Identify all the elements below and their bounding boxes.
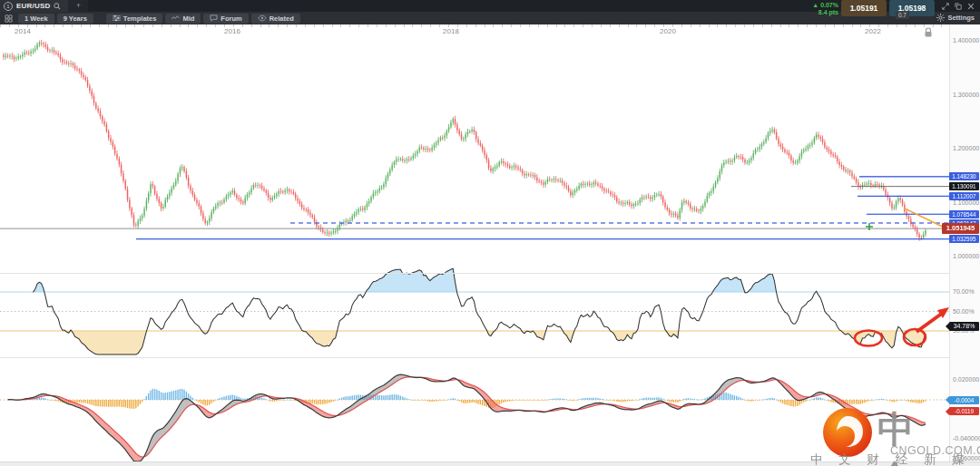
year-tick-label: 2016 [220,27,245,35]
templates-button[interactable]: Templates [106,14,163,24]
macd-tick-label: -0.040000 [953,435,980,442]
bottom-edge [0,461,980,466]
price-level-tag[interactable]: 1.078544 [949,210,979,218]
price-level-tag[interactable]: 1.130091 [949,182,979,190]
date-axis[interactable]: 20142016201820202022 [0,24,949,36]
sliders-icon [113,15,121,22]
expand-icon[interactable] [942,3,949,10]
eye-icon [258,15,267,22]
price-tick-label: 1.000000 [953,253,979,259]
add-chart-tab-button[interactable]: + [68,0,88,12]
related-button[interactable]: Related [251,14,300,24]
year-tick-label: 2018 [438,27,464,35]
popout-icon[interactable] [955,3,962,10]
current-price-tag: 1.051945 [942,223,979,234]
layout-grid-button[interactable] [2,14,15,24]
price-change: ▲ 0.07% 8.4 pts [795,0,838,16]
year-tick-label: 2020 [655,27,681,35]
change-arrow-icon: ▲ [812,2,818,8]
rsi-tick-label: 70.00% [953,288,975,295]
bid-price-button[interactable]: 1.05191 [841,0,887,16]
mid-label: Mid [182,15,194,23]
settings-button[interactable]: Settings [936,14,975,22]
trading-platform-window: 1 EUR/USD + 1 Week 9 Years Templates Mid… [0,0,980,466]
price-tick-label: 1.300000 [953,92,979,98]
year-tick-label: 2014 [10,27,35,35]
chart-canvas[interactable] [0,0,980,466]
change-points: 8.4 pts [795,9,838,16]
price-tick-label: 1.200000 [953,145,979,151]
close-icon[interactable] [967,3,975,10]
gear-icon [936,14,945,22]
price-level-tag[interactable]: 1.112007 [949,192,979,200]
forum-button[interactable]: Forum [203,14,248,24]
price-tick-label: 1.400000 [953,37,979,44]
mid-button[interactable]: Mid [165,14,201,24]
rsi-value-tag: 34.78% [949,322,979,331]
axis-lock-icon[interactable] [923,27,934,38]
macd-tick-label: 0.020000 [953,376,979,383]
window-controls [935,0,980,10]
range-label: 9 Years [64,15,87,23]
price-level-tag[interactable]: 1.032595 [949,235,979,243]
timeframe-label: 1 Week [24,15,48,23]
range-button[interactable]: 9 Years [57,14,93,24]
mid-price-icon [172,15,180,22]
pane-separator[interactable] [0,273,949,274]
change-percent: 0.07% [820,2,838,8]
forum-label: Forum [220,15,241,23]
quote-panel: ▲ 0.07% 8.4 pts 1.05191 1.05198 0.7 Sett… [795,0,980,24]
macd-value-tag: -0.0004 [949,396,979,404]
speech-bubble-icon [210,15,218,22]
macd-tick-label: -0.060000 [953,455,980,461]
instrument-label: EUR/USD [16,2,50,10]
related-label: Related [270,15,294,23]
instrument-number-icon: 1 [4,2,13,11]
macd-value-tag: -0.0119 [949,407,979,415]
year-tick-label: 2022 [860,27,886,35]
rsi-tick-label: 50.00% [953,308,975,315]
timeframe-button[interactable]: 1 Week [18,14,54,24]
settings-label: Settings [947,14,975,22]
price-level-tag[interactable]: 1.148230 [949,172,979,180]
instrument-tab[interactable]: 1 EUR/USD [0,0,68,12]
spread-value: 0.7 [896,12,909,19]
templates-label: Templates [123,15,157,23]
search-icon[interactable] [54,3,61,10]
pane-separator[interactable] [0,357,949,358]
